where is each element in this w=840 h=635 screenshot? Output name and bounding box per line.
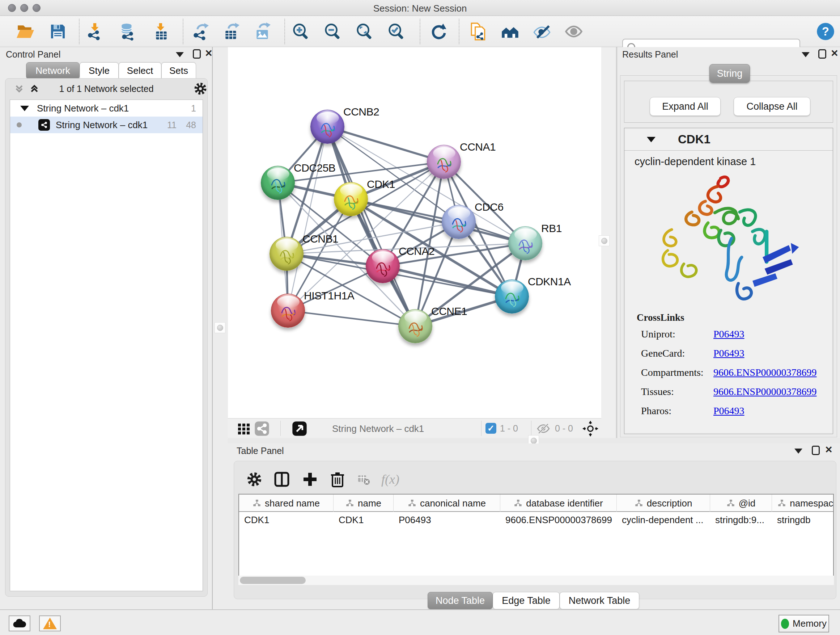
delete-column-button[interactable]: [327, 469, 347, 489]
zoom-out-button[interactable]: [324, 22, 342, 41]
float-panel-icon[interactable]: [193, 49, 201, 59]
network-edge-CCNB2-HIST1H1A[interactable]: [288, 127, 327, 310]
panel-splitter-left[interactable]: [213, 47, 228, 609]
column-type-icon: [777, 499, 786, 508]
gene-card-header[interactable]: CDK1: [624, 128, 833, 150]
gear-icon[interactable]: [194, 82, 207, 96]
network-edge-CCNB2-CCNA1[interactable]: [327, 127, 444, 162]
column-header-namespace[interactable]: namespace: [772, 494, 834, 512]
selected-nodes-edges-count: 1 - 0: [500, 423, 518, 434]
splitter-handle[interactable]: [215, 322, 225, 333]
network-node-CCNA2[interactable]: [366, 249, 400, 283]
grid-view-button[interactable]: [234, 419, 253, 438]
first-neighbors-button[interactable]: [501, 22, 519, 41]
import-network-file-button[interactable]: [85, 22, 104, 41]
collapse-panel-icon[interactable]: [176, 52, 184, 57]
tab-sets[interactable]: Sets: [161, 62, 196, 79]
crosslink-uniprot-link[interactable]: P06493: [714, 328, 745, 340]
scrollbar-thumb[interactable]: [240, 577, 306, 584]
network-node-CCNA1[interactable]: [427, 145, 461, 179]
network-row[interactable]: String Network – cdk1 11 48: [10, 117, 202, 133]
cloud-status-button[interactable]: [9, 616, 30, 631]
tab-network[interactable]: Network: [26, 62, 80, 79]
crosslink-genecard-link[interactable]: P06493: [714, 348, 745, 359]
zoom-in-button[interactable]: [292, 22, 310, 41]
node-label-CDC25B: CDC25B: [294, 162, 335, 174]
new-network-from-selection-button[interactable]: [469, 22, 488, 41]
zoom-fit-button[interactable]: [355, 22, 374, 41]
collapse-panel-icon[interactable]: [794, 448, 802, 454]
collapse-entry-icon[interactable]: [647, 137, 655, 142]
table-panel-splitter[interactable]: [228, 438, 840, 443]
expand-all-button[interactable]: Expand All: [650, 97, 721, 116]
selected-checkbox-icon[interactable]: ✓: [485, 423, 496, 434]
column-header-shared-name[interactable]: shared name: [239, 494, 333, 512]
network-node-RB1[interactable]: [508, 226, 542, 260]
network-node-CCNE1[interactable]: [398, 309, 432, 343]
tab-node-table[interactable]: Node Table: [428, 592, 493, 609]
close-panel-icon[interactable]: ✕: [831, 49, 838, 58]
export-image-button[interactable]: [253, 22, 272, 41]
table-settings-button[interactable]: [244, 469, 264, 489]
zoom-selected-button[interactable]: [387, 22, 406, 41]
crosslink-tissues-link[interactable]: 9606.ENSP00000378699: [714, 386, 816, 397]
apply-layout-button[interactable]: [429, 22, 448, 41]
network-collection-row[interactable]: String Network – cdk1 1: [10, 100, 202, 117]
column-label: name: [358, 498, 381, 509]
tab-style[interactable]: Style: [80, 62, 118, 79]
tree-expand-icon[interactable]: [20, 106, 29, 111]
table-cell[interactable]: stringdb:9...: [710, 512, 772, 528]
show-columns-button[interactable]: [272, 469, 292, 489]
tab-network-table[interactable]: Network Table: [560, 592, 639, 609]
tab-string[interactable]: String: [709, 64, 750, 83]
network-node-CDC6[interactable]: [442, 205, 476, 239]
table-cell[interactable]: stringdb: [772, 512, 834, 528]
table-cell[interactable]: P06493: [393, 512, 500, 528]
import-network-database-button[interactable]: [118, 22, 137, 41]
help-button[interactable]: ?: [816, 22, 835, 41]
network-node-CDC25B[interactable]: [261, 166, 295, 200]
network-edge-HIST1H1A-CCNE1[interactable]: [288, 310, 415, 326]
tab-edge-table[interactable]: Edge Table: [493, 592, 560, 609]
table-cell[interactable]: CDK1: [333, 512, 393, 528]
table-cell[interactable]: 9606.ENSP00000378699: [500, 512, 617, 528]
hide-selection-button[interactable]: [532, 22, 551, 41]
network-node-HIST1H1A[interactable]: [271, 294, 305, 328]
pan-crosshair-button[interactable]: [581, 419, 600, 438]
network-node-CCNB2[interactable]: [310, 110, 344, 144]
protein-thumbnail-icon: [501, 287, 523, 309]
open-session-button[interactable]: [16, 22, 35, 41]
birds-eye-view-button[interactable]: [290, 419, 309, 438]
column-header-@id[interactable]: @id: [710, 494, 772, 512]
crosslink-compartments-link[interactable]: 9606.ENSP00000378699: [714, 367, 816, 378]
network-node-CDK1[interactable]: [334, 182, 368, 216]
column-header-database-identifier[interactable]: database identifier: [500, 494, 617, 512]
column-header-name[interactable]: name: [333, 494, 393, 512]
splitter-handle[interactable]: [599, 235, 609, 246]
network-node-CDKN1A[interactable]: [495, 279, 529, 314]
create-column-button[interactable]: [300, 469, 320, 489]
warnings-button[interactable]: [39, 616, 61, 631]
table-cell[interactable]: CDK1: [239, 512, 333, 528]
memory-button[interactable]: Memory: [778, 615, 829, 632]
import-table-file-button[interactable]: [152, 22, 171, 41]
panel-splitter-right[interactable]: [601, 47, 617, 440]
column-header-canonical-name[interactable]: canonical name: [393, 494, 500, 512]
float-panel-icon[interactable]: [818, 49, 826, 59]
export-network-button[interactable]: [191, 22, 210, 41]
horizontal-scrollbar[interactable]: [238, 576, 834, 585]
export-table-button[interactable]: [222, 22, 241, 41]
tab-select[interactable]: Select: [118, 62, 161, 79]
save-session-button[interactable]: [49, 22, 67, 41]
table-cell[interactable]: cyclin-dependent ...: [617, 512, 710, 528]
string-view-button[interactable]: [253, 419, 271, 438]
collapse-all-button[interactable]: Collapse All: [734, 97, 810, 116]
crosslink-pharos-link[interactable]: P06493: [714, 405, 745, 417]
collapse-panel-icon[interactable]: [802, 52, 810, 57]
column-header-description[interactable]: description: [617, 494, 710, 512]
network-node-CCNB1[interactable]: [270, 237, 303, 271]
close-panel-icon[interactable]: ✕: [825, 445, 833, 454]
network-view[interactable]: CCNB2 CCNA1 CDC25B CDK1 CDC6 RB1 CCNB1 C…: [228, 47, 601, 418]
close-panel-icon[interactable]: ✕: [205, 49, 213, 58]
float-panel-icon[interactable]: [812, 446, 820, 455]
